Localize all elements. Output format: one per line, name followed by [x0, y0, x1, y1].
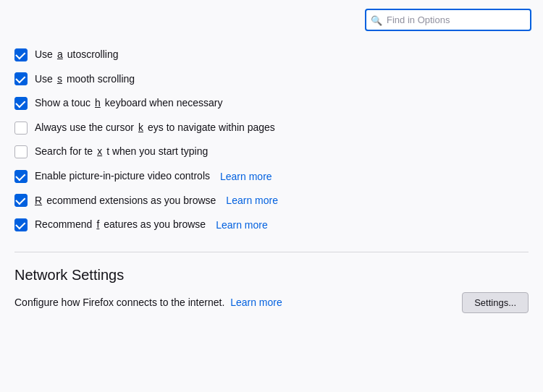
checkbox-recommend-features-input[interactable] — [14, 218, 28, 231]
checkbox-search-typing-label: Search for text when you start typing — [35, 145, 208, 159]
header-bar: 🔍 — [0, 0, 543, 40]
checkbox-recommend-extensions: Recommend extensions as you browse Learn… — [14, 189, 529, 213]
checkbox-touch-keyboard-label: Show a touch keyboard when necessary — [35, 96, 223, 111]
checkbox-recommend-features-label: Recommend features as you browse — [35, 218, 206, 232]
find-input[interactable] — [365, 9, 531, 31]
checkbox-pip-controls-input[interactable] — [14, 170, 28, 183]
features-learn-more-link[interactable]: Learn more — [216, 219, 268, 231]
checkbox-autoscrolling-label: Use autoscrolling — [35, 48, 119, 62]
checkbox-recommend-extensions-input[interactable] — [14, 194, 28, 207]
checkbox-touch-keyboard-input[interactable] — [14, 97, 28, 110]
pip-learn-more-link[interactable]: Learn more — [220, 171, 272, 182]
network-description-text: Configure how Firefox connects to the in… — [14, 297, 224, 308]
checkbox-autoscrolling: Use autoscrolling — [14, 43, 529, 67]
find-input-wrapper: 🔍 — [365, 9, 531, 31]
checkbox-search-typing-input[interactable] — [14, 145, 28, 158]
checkbox-autoscrolling-input[interactable] — [14, 48, 28, 61]
network-learn-more-link[interactable]: Learn more — [230, 297, 282, 308]
section-divider — [14, 252, 529, 252]
extensions-learn-more-link[interactable]: Learn more — [226, 195, 278, 206]
checkbox-cursor-keys-label: Always use the cursor keys to navigate w… — [35, 121, 275, 135]
checkbox-smooth-scrolling-input[interactable] — [14, 72, 28, 85]
checkbox-cursor-keys-input[interactable] — [14, 122, 28, 135]
network-settings-button[interactable]: Settings... — [462, 292, 529, 313]
main-content: Use autoscrolling Use smooth scrolling S… — [0, 40, 543, 328]
checkbox-cursor-keys: Always use the cursor keys to navigate w… — [14, 116, 529, 140]
checkbox-recommend-extensions-label: Recommend extensions as you browse — [35, 194, 216, 208]
checkbox-recommend-features: Recommend features as you browse Learn m… — [14, 213, 529, 237]
checkbox-search-typing: Search for text when you start typing — [14, 140, 529, 164]
checkbox-smooth-scrolling: Use smooth scrolling — [14, 67, 529, 92]
network-settings-title: Network Settings — [14, 267, 529, 284]
checkbox-touch-keyboard: Show a touch keyboard when necessary — [14, 91, 529, 116]
checkbox-pip-controls-label: Enable picture-in-picture video controls — [35, 169, 210, 184]
checkbox-pip-controls: Enable picture-in-picture video controls… — [14, 164, 529, 189]
network-row: Configure how Firefox connects to the in… — [14, 292, 529, 313]
checkbox-smooth-scrolling-label: Use smooth scrolling — [35, 72, 135, 87]
network-description: Configure how Firefox connects to the in… — [14, 297, 282, 308]
